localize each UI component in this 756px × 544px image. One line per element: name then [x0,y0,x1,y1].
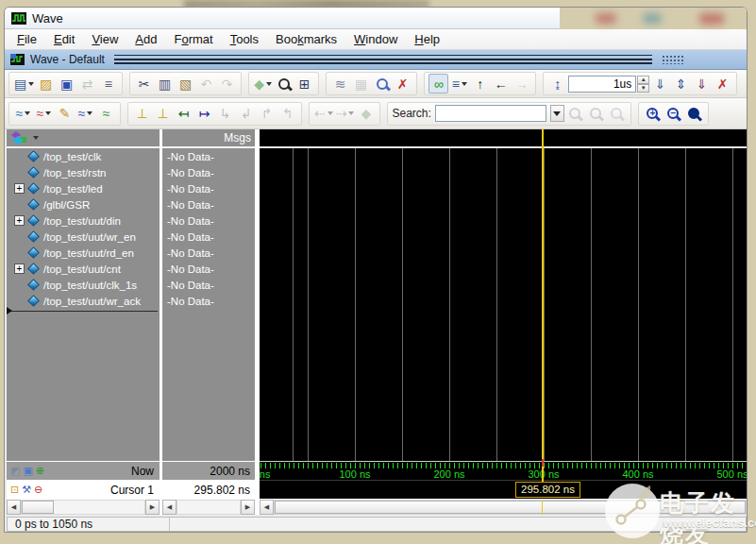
pane-grip[interactable] [662,55,684,64]
signal-row[interactable]: +/top_test/uut/din [7,212,160,229]
signal-row[interactable]: /top_test/uut/rd_en [7,245,160,261]
msgs-scrollbar[interactable]: ◀ ▶ [162,499,255,515]
expand-tree-button[interactable]: ⊞ [294,74,314,94]
pane-titlebar[interactable]: Wave - Default [5,50,747,70]
goto-time-button[interactable]: ↨ [547,74,567,94]
cursor-time-flag[interactable]: 295.802 ns [515,482,580,498]
menu-window[interactable]: Window [345,30,406,48]
signal-row[interactable]: +/top_test/uut/cnt [7,261,160,277]
signal-row[interactable]: /top_test/uut/wr_ack [7,293,160,309]
menu-file[interactable]: File [8,30,45,48]
menu-format[interactable]: Format [165,30,221,48]
names-scroll-thumb[interactable] [22,501,54,514]
signal-row[interactable]: /top_test/uut/wr_en [7,229,160,245]
signal-row[interactable]: /top_test/clk [7,148,160,164]
run-updown-button[interactable]: ⇕ [671,74,691,94]
expand-plus-icon[interactable]: + [14,183,25,194]
chevron-down-icon[interactable] [462,82,467,86]
cursor-row-label-cell[interactable]: ⊡ ⚒ ⊖ Cursor 1 [7,480,160,499]
lock-icon[interactable]: ⊡ [10,484,19,496]
stop-run-button[interactable]: ✗ [713,74,732,94]
remove-wave-button[interactable]: ≈ [34,104,54,124]
signal-row[interactable]: /top_test/uut/clk_1s [7,277,160,293]
waveform-grid[interactable] [260,148,747,461]
copy-button[interactable]: ▥ [155,74,175,94]
arrow-up-button[interactable]: ↑ [470,74,490,94]
chevron-down-icon[interactable] [328,111,333,115]
spinner-down-icon[interactable]: ▼ [637,84,649,93]
zoom-full-button[interactable] [684,104,704,124]
names-scrollbar[interactable]: ◀ ▶ [7,499,160,515]
save-button[interactable]: ▣ [57,74,76,94]
names-header[interactable] [7,129,160,148]
wave-scroll-thumb[interactable] [275,501,746,514]
window-link-icon[interactable]: ▣ [23,465,32,477]
new-file-button[interactable]: ▤ [13,74,35,94]
msgs-scroll-track[interactable] [176,500,241,515]
menu-view[interactable]: View [83,30,126,48]
save-format-button[interactable]: ≈ [76,104,95,124]
delete-cursor-button[interactable]: ⊥ [153,104,173,124]
time-spinner[interactable]: ▲▼ [637,76,649,93]
time-cursor-line[interactable] [542,129,544,497]
menu-edit[interactable]: Edit [45,30,83,48]
add-selected-button[interactable]: ◆ [253,74,273,94]
menu-bookmarks[interactable]: Bookmarks [267,30,345,48]
edit-wave-button[interactable]: ✎ [55,104,75,124]
chevron-down-icon[interactable] [348,111,354,115]
time-input[interactable] [568,76,636,93]
chevron-down-icon[interactable] [25,111,30,115]
prev-transition-button[interactable]: ↤ [174,104,193,124]
layers-button[interactable]: ≋ [330,74,350,94]
delete-contents-button[interactable]: ✗ [393,74,412,94]
menu-add[interactable]: Add [126,30,165,48]
remove-cursor-icon[interactable]: ⊖ [34,484,42,496]
window-titlebar[interactable]: Wave [5,8,747,29]
wrench-icon[interactable]: ⚒ [22,484,31,496]
wave-scrollbar[interactable]: ◀ [260,499,747,515]
run-next-button[interactable]: ⇓ [650,74,670,94]
signal-row[interactable]: +/top_test/led [7,180,160,196]
signal-row[interactable]: /top_test/rstn [7,164,160,180]
paste-button[interactable]: ▧ [176,74,195,94]
signal-row[interactable]: /glbl/GSR [7,196,160,212]
link-environment-button[interactable]: ∞ [428,74,448,94]
edit-mode-icon[interactable]: ◩ [10,465,20,477]
time-cursor-handle[interactable] [542,459,544,467]
menu-tools[interactable]: Tools [222,30,267,48]
next-transition-button[interactable]: ↦ [194,104,214,124]
expand-plus-icon[interactable]: + [14,215,25,226]
find-button[interactable] [274,74,294,94]
print-button[interactable]: ≡ [98,74,118,94]
chevron-down-icon[interactable] [33,136,39,140]
scroll-right-icon[interactable]: ▶ [241,500,255,515]
scroll-left-icon[interactable]: ◀ [7,500,21,515]
scroll-left-icon[interactable]: ◀ [162,500,176,515]
search-input[interactable] [435,105,546,122]
chevron-down-icon[interactable] [45,111,51,115]
zoom-out-button[interactable]: − [664,104,683,124]
cut-button[interactable]: ✂ [134,74,154,94]
find-in-files-button[interactable] [372,74,392,94]
search-dropdown-icon[interactable] [550,105,564,122]
wave-scroll-track[interactable] [274,500,747,515]
chevron-down-icon[interactable] [266,82,272,86]
add-wave-button[interactable]: ≈ [13,104,33,124]
msgs-header[interactable]: Msgs [162,129,255,148]
expand-plus-icon[interactable]: + [14,264,25,274]
arrow-left-button[interactable]: ← [491,74,511,94]
open-file-button[interactable]: ▨ [36,74,56,94]
menu-help[interactable]: Help [406,30,448,48]
chevron-down-icon[interactable] [28,82,34,86]
export-wave-button[interactable]: ≈ [96,104,116,124]
goto-context-button[interactable]: ≡ [449,74,469,94]
add-marker-icon[interactable]: ⊕ [36,465,44,477]
run-down-button[interactable]: ⇓ [692,74,712,94]
names-scroll-track[interactable] [21,500,145,515]
scroll-left-icon[interactable]: ◀ [260,500,274,515]
zoom-in-button[interactable]: + [643,104,663,124]
spinner-up-icon[interactable]: ▲ [637,76,649,84]
chevron-down-icon[interactable] [87,111,92,115]
insert-cursor-button[interactable]: ⊥ [132,104,152,124]
scroll-right-icon[interactable]: ▶ [145,500,160,515]
